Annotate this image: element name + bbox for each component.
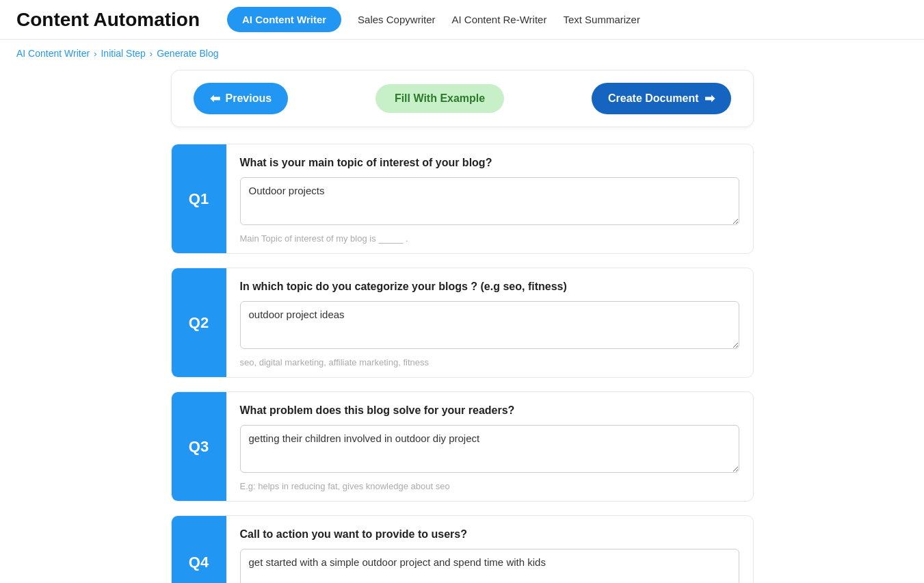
breadcrumb-initial-step[interactable]: Initial Step (101, 48, 145, 59)
question-title-q2: In which topic do you categorize your bl… (240, 281, 739, 293)
question-title-q3: What problem does this blog solve for yo… (240, 404, 739, 417)
header: Content Automation AI Content Writer Sal… (0, 0, 924, 40)
question-block-q1: Q1 What is your main topic of interest o… (171, 144, 754, 254)
question-hint-q3: E.g: helps in reducing fat, gives knowle… (240, 481, 739, 491)
previous-button[interactable]: ⬅ Previous (194, 83, 289, 114)
question-input-q3[interactable]: getting their children involved in outdo… (240, 425, 739, 473)
breadcrumb-sep-2: › (150, 49, 153, 59)
question-label-q4: Q4 (172, 516, 226, 583)
question-content-q3: What problem does this blog solve for yo… (226, 392, 753, 501)
main-container: ⬅ Previous Fill With Example Create Docu… (155, 70, 770, 583)
action-bar: ⬅ Previous Fill With Example Create Docu… (171, 70, 754, 127)
previous-arrow-icon: ⬅ (210, 91, 220, 106)
fill-example-button[interactable]: Fill With Example (375, 84, 504, 113)
tab-text-summarizer[interactable]: Text Summarizer (563, 8, 640, 31)
questions-container: Q1 What is your main topic of interest o… (171, 144, 754, 583)
question-input-q4[interactable]: get started with a simple outdoor projec… (240, 549, 739, 583)
app-title: Content Automation (16, 9, 200, 31)
tab-ai-content-rewriter[interactable]: AI Content Re-Writer (451, 8, 546, 31)
question-input-q2[interactable]: outdoor project ideas (240, 301, 739, 349)
create-doc-arrow-icon: ➡ (704, 91, 715, 106)
question-content-q4: Call to action you want to provide to us… (226, 516, 753, 583)
create-doc-label: Create Document (608, 92, 698, 105)
fill-example-label: Fill With Example (395, 92, 485, 104)
question-block-q3: Q3 What problem does this blog solve for… (171, 391, 754, 502)
breadcrumb-ai-content-writer[interactable]: AI Content Writer (16, 48, 90, 59)
nav-tabs: AI Content Writer Sales Copywriter AI Co… (227, 7, 908, 32)
question-label-q1: Q1 (172, 144, 226, 253)
question-content-q2: In which topic do you categorize your bl… (226, 268, 753, 377)
question-label-q3: Q3 (172, 392, 226, 501)
question-input-q1[interactable]: Outdoor projects (240, 177, 739, 225)
question-label-q2: Q2 (172, 268, 226, 377)
question-hint-q2: seo, digital marketing, affiliate market… (240, 357, 739, 367)
breadcrumb-sep-1: › (94, 49, 96, 59)
question-title-q1: What is your main topic of interest of y… (240, 157, 739, 169)
tab-sales-copywriter[interactable]: Sales Copywriter (358, 8, 435, 31)
tab-ai-content-writer[interactable]: AI Content Writer (227, 7, 341, 32)
breadcrumb: AI Content Writer › Initial Step › Gener… (0, 40, 924, 70)
question-block-q2: Q2 In which topic do you categorize your… (171, 268, 754, 378)
breadcrumb-generate-blog[interactable]: Generate Blog (157, 48, 218, 59)
question-block-q4: Q4 Call to action you want to provide to… (171, 515, 754, 583)
question-hint-q1: Main Topic of interest of my blog is ___… (240, 233, 739, 244)
previous-label: Previous (226, 92, 272, 105)
question-content-q1: What is your main topic of interest of y… (226, 144, 753, 253)
question-title-q4: Call to action you want to provide to us… (240, 528, 739, 541)
create-document-button[interactable]: Create Document ➡ (592, 83, 730, 114)
